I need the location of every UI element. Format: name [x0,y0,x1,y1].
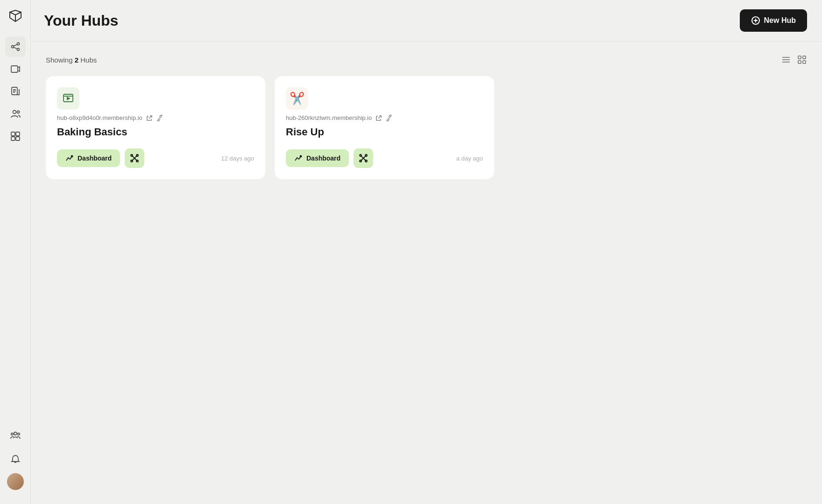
external-link-icon-rise-up[interactable] [376,115,382,121]
svg-line-3 [14,44,17,46]
grid-view-toggle[interactable] [797,55,807,65]
hub-url-row-rise-up: hub-260rknzlwm.membership.io [286,114,483,121]
hub-card-header: hub-o8xp9d4o0r.membership.io [57,87,254,138]
svg-point-43 [300,156,302,157]
sidebar-item-hubs[interactable] [5,36,26,57]
svg-line-42 [388,117,390,119]
svg-rect-26 [803,56,806,59]
dashboard-icon-rise-up [294,154,303,162]
hub-name-baking-basics: Baking Basics [57,126,254,138]
showing-count: Showing 2 Hubs [46,56,97,64]
hub-url-rise-up: hub-260rknzlwm.membership.io [286,114,372,121]
hub-card-footer-baking-basics: Dashboard [57,148,254,168]
hub-card-baking-basics: hub-o8xp9d4o0r.membership.io [46,76,265,179]
svg-marker-30 [67,97,71,100]
sidebar-bottom [5,425,26,496]
dashboard-button-rise-up[interactable]: Dashboard [286,149,349,167]
link-icon[interactable] [156,115,163,121]
app-logo[interactable] [8,8,23,23]
user-avatar[interactable] [7,473,24,490]
sidebar-item-videos[interactable] [5,59,26,79]
svg-rect-25 [798,56,801,59]
hub-icon-rise-up: ✂️ [286,87,308,110]
main-content: Your Hubs New Hub Showing 2 Hubs [31,0,822,504]
content-area: Showing 2 Hubs [31,42,822,504]
svg-point-0 [11,46,14,48]
hub-name-rise-up: Rise Up [286,126,483,138]
new-hub-label: New Hub [764,16,796,25]
hub-icon-baking-basics [57,87,79,110]
hub-actions-baking-basics: Dashboard [57,148,144,168]
scissors-emoji: ✂️ [290,91,305,106]
sidebar-item-notifications[interactable] [5,449,26,469]
sidebar-item-apps[interactable] [5,126,26,147]
external-link-icon[interactable] [146,115,153,121]
svg-line-4 [14,47,17,49]
svg-rect-14 [11,137,15,140]
hub-card-rise-up: ✂️ hub-260rknzlwm.membership.io [275,76,494,179]
hub-url-baking-basics: hub-o8xp9d4o0r.membership.io [57,114,142,121]
tools-button-rise-up[interactable] [354,148,373,168]
sidebar-nav [5,36,26,425]
hub-url-row: hub-o8xp9d4o0r.membership.io [57,114,254,121]
svg-rect-28 [803,61,806,63]
view-toggles [781,55,807,65]
svg-point-18 [17,433,19,435]
dashboard-icon [65,154,74,162]
hubs-grid: hub-o8xp9d4o0r.membership.io [46,76,494,179]
hub-timestamp-baking-basics: 12 days ago [221,155,254,162]
svg-point-1 [17,43,19,45]
svg-line-41 [378,116,381,119]
svg-point-34 [71,156,73,157]
page-header: Your Hubs New Hub [31,0,822,42]
svg-point-17 [11,433,13,435]
link-icon-rise-up[interactable] [386,115,392,121]
hub-actions-rise-up: Dashboard [286,148,373,168]
hub-card-header-rise-up: ✂️ hub-260rknzlwm.membership.io [286,87,483,138]
sidebar-item-pages[interactable] [5,81,26,102]
page-title: Your Hubs [44,12,118,29]
svg-rect-12 [11,132,15,136]
sidebar [0,0,31,504]
svg-rect-27 [798,61,801,63]
svg-point-16 [14,432,17,435]
svg-line-33 [158,117,161,119]
hub-timestamp-rise-up: a day ago [456,155,483,162]
svg-point-10 [13,111,16,114]
hub-card-footer-rise-up: Dashboard [286,148,483,168]
svg-point-2 [17,49,19,51]
svg-line-32 [149,116,152,119]
subheader: Showing 2 Hubs [46,55,807,65]
tools-button-baking-basics[interactable] [125,148,144,168]
svg-rect-15 [16,137,20,140]
sidebar-item-team[interactable] [5,425,26,445]
dashboard-button-baking-basics[interactable]: Dashboard [57,149,120,167]
plus-icon [751,16,760,25]
svg-rect-5 [11,66,18,72]
svg-rect-13 [16,132,20,136]
sidebar-item-members[interactable] [5,104,26,124]
svg-point-11 [17,111,19,113]
new-hub-button[interactable]: New Hub [740,9,807,32]
list-view-toggle[interactable] [781,55,791,65]
